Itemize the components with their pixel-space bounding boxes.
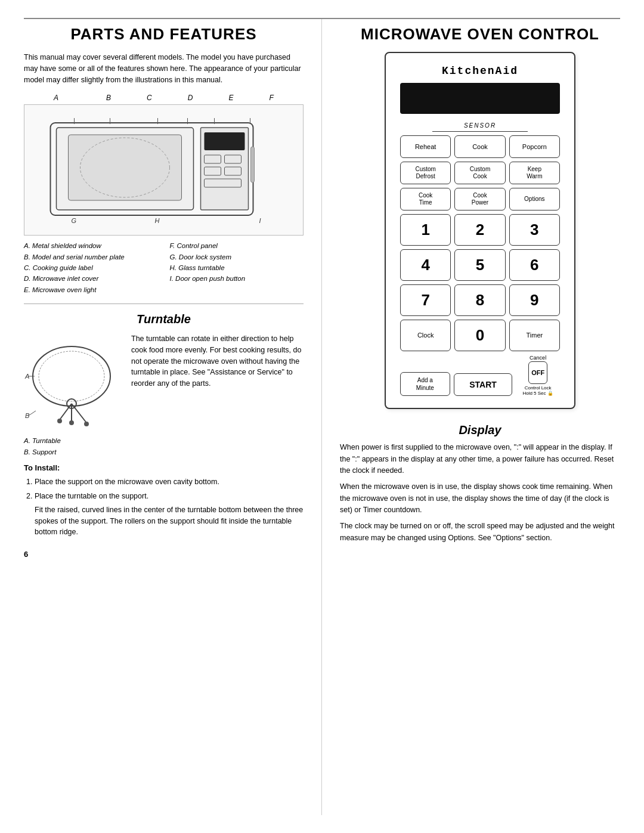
num-3-button[interactable]: 3 [509, 214, 560, 246]
off-button[interactable]: OFF [528, 361, 547, 384]
num-5-button[interactable]: 5 [454, 249, 505, 281]
install-step-2: Place the turntable on the support. [35, 490, 304, 502]
caption-i: I. Door open push button [170, 273, 304, 284]
svg-point-21 [33, 346, 110, 406]
control-lock-label: Control LockHold 5 Sec 🔒 [522, 385, 553, 396]
sensor-buttons-row: Reheat Cook Popcorn [400, 135, 560, 158]
add-minute-button[interactable]: Add aMinute [400, 372, 450, 396]
label-c: C [147, 94, 152, 102]
cook-button[interactable]: Cook [454, 135, 505, 158]
caption-c: C. Cooking guide label [24, 262, 158, 273]
right-column: MICROWAVE OVEN CONTROL KitchenAid SENSOR… [322, 19, 620, 815]
display-screen [400, 83, 560, 114]
diagram-top-labels: A B C D E F [24, 94, 304, 102]
numpad: 1 2 3 4 5 6 7 8 9 [400, 214, 560, 316]
svg-line-32 [29, 411, 36, 416]
display-section: Display When power is first supplied to … [340, 423, 620, 549]
caption-col-2: F. Control panel G. Door lock system H. … [170, 240, 304, 295]
svg-text:I: I [259, 217, 261, 224]
bottom-section: Add aMinute START Cancel OFF Control Loc… [400, 355, 560, 396]
caption-g: G. Door lock system [170, 252, 304, 262]
control-panel-wrapper: KitchenAid SENSOR Reheat Cook Popcorn Cu [340, 52, 620, 409]
install-step-1: Place the support on the microwave oven … [35, 476, 304, 488]
caption-h: H. Glass turntable [170, 262, 304, 273]
clock-timer-row: Clock 0 Timer [400, 320, 560, 351]
main-columns: PARTS AND FEATURES This manual may cover… [24, 19, 620, 815]
num-1-button[interactable]: 1 [400, 214, 451, 246]
turntable-diagram: A B A. Turntable B. Support [24, 333, 119, 457]
intro-text: This manual may cover several different … [24, 52, 304, 85]
svg-text:G: G [72, 217, 77, 224]
label-e: E [229, 94, 234, 102]
captions: A. Metal shielded window B. Model and se… [24, 240, 304, 295]
svg-rect-2 [69, 135, 182, 200]
caption-d: D. Microwave inlet cover [24, 273, 158, 284]
cook-time-button[interactable]: CookTime [400, 188, 451, 210]
cancel-off-col: Cancel OFF Control LockHold 5 Sec 🔒 [516, 355, 560, 396]
right-title: MICROWAVE OVEN CONTROL [340, 25, 620, 44]
cook-buttons-row: CookTime CookPower Options [400, 188, 560, 210]
clock-button[interactable]: Clock [400, 320, 451, 351]
turntable-caption: A. Turntable B. Support [24, 435, 119, 457]
label-b: B [106, 94, 111, 102]
svg-point-22 [39, 351, 104, 401]
microwave-diagram: G H I [24, 104, 304, 236]
custom-cook-button[interactable]: CustomCook [454, 162, 505, 184]
start-button[interactable]: START [454, 373, 513, 396]
bottom-row: Add aMinute START Cancel OFF Control Loc… [400, 355, 560, 396]
install-subtext: Fit the raised, curved lines in the cent… [35, 504, 304, 538]
microwave-svg: G H I [30, 111, 297, 227]
caption-e: E. Microwave oven light [24, 284, 158, 295]
sensor-bar [432, 131, 528, 132]
caption-a: A. Metal shielded window [24, 240, 158, 251]
display-title: Display [340, 423, 620, 437]
popcorn-button[interactable]: Popcorn [509, 135, 560, 158]
custom-buttons-row: CustomDefrost CustomCook KeepWarm [400, 162, 560, 184]
custom-defrost-button[interactable]: CustomDefrost [400, 162, 451, 184]
svg-point-26 [57, 419, 62, 423]
display-para-3: The clock may be turned on or off, the s… [340, 521, 620, 544]
options-button[interactable]: Options [509, 188, 560, 210]
num-9-button[interactable]: 9 [509, 284, 560, 316]
label-f: F [270, 94, 274, 102]
svg-text:A: A [24, 373, 29, 380]
left-title: PARTS AND FEATURES [24, 25, 304, 44]
brand-name: KitchenAid [400, 65, 560, 77]
svg-rect-11 [251, 147, 255, 182]
display-para-1: When power is first supplied to the micr… [340, 442, 620, 476]
install-list: Place the support on the microwave oven … [24, 476, 304, 502]
page: PARTS AND FEATURES This manual may cover… [0, 0, 644, 833]
turntable-title: Turntable [24, 312, 304, 326]
turntable-area: A B A. Turntable B. Support The turntabl… [24, 333, 304, 457]
sensor-label: SENSOR [400, 122, 560, 129]
num-8-button[interactable]: 8 [454, 284, 505, 316]
turntable-caption-a: A. Turntable [24, 435, 119, 446]
reheat-button[interactable]: Reheat [400, 135, 451, 158]
timer-button[interactable]: Timer [509, 320, 560, 351]
page-number: 6 [24, 550, 304, 559]
control-panel: KitchenAid SENSOR Reheat Cook Popcorn Cu [385, 52, 575, 409]
cancel-label: Cancel [530, 355, 546, 361]
svg-text:H: H [155, 217, 160, 224]
svg-line-24 [72, 404, 86, 423]
num-0-button[interactable]: 0 [454, 320, 505, 351]
label-d: D [188, 94, 193, 102]
caption-f: F. Control panel [170, 240, 304, 251]
caption-b: B. Model and serial number plate [24, 252, 158, 262]
horizontal-divider [24, 304, 304, 304]
turntable-caption-b: B. Support [24, 447, 119, 457]
display-para-2: When the microwave oven is in use, the d… [340, 481, 620, 516]
caption-col-1: A. Metal shielded window B. Model and se… [24, 240, 158, 295]
svg-point-27 [84, 422, 89, 426]
cook-power-button[interactable]: CookPower [454, 188, 505, 210]
keep-warm-button[interactable]: KeepWarm [509, 162, 560, 184]
left-column: PARTS AND FEATURES This manual may cover… [24, 19, 322, 815]
num-4-button[interactable]: 4 [400, 249, 451, 281]
num-6-button[interactable]: 6 [509, 249, 560, 281]
label-a: A [54, 94, 58, 102]
turntable-svg: A B [24, 333, 119, 429]
num-2-button[interactable]: 2 [454, 214, 505, 246]
num-7-button[interactable]: 7 [400, 284, 451, 316]
turntable-body-text: The turntable can rotate in either direc… [131, 333, 304, 457]
install-title: To Install: [24, 463, 304, 472]
